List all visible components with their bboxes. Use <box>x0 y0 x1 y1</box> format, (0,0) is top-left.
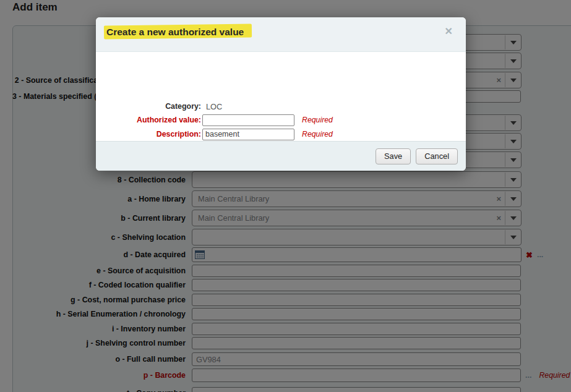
required-note: Required <box>302 130 333 138</box>
create-authorized-value-modal: Create a new authorized value ✕ Category… <box>96 17 466 171</box>
description-label: Description: <box>96 130 201 138</box>
close-icon[interactable]: ✕ <box>445 27 453 36</box>
screen: Add item 2 - Source of classification or… <box>0 0 571 392</box>
authorized-value-input[interactable] <box>202 114 294 126</box>
category-value: LOC <box>206 102 222 111</box>
modal-title: Create a new authorized value <box>106 27 244 38</box>
category-row: Category: LOC <box>96 100 466 113</box>
description-row: Description: Required <box>96 127 466 141</box>
description-input[interactable] <box>202 129 294 140</box>
modal-header: Create a new authorized value ✕ <box>96 17 466 52</box>
modal-footer: Save Cancel <box>96 141 466 171</box>
modal-title-text: Create a new authorized value <box>106 27 244 37</box>
authorized-value-label: Authorized value: <box>96 116 201 124</box>
cancel-button[interactable]: Cancel <box>416 148 458 164</box>
save-button[interactable]: Save <box>376 148 411 164</box>
category-label: Category: <box>96 102 201 111</box>
authorized-value-row: Authorized value: Required <box>96 113 466 127</box>
required-note: Required <box>302 116 333 124</box>
modal-body: Category: LOC Authorized value: Required… <box>96 52 466 140</box>
